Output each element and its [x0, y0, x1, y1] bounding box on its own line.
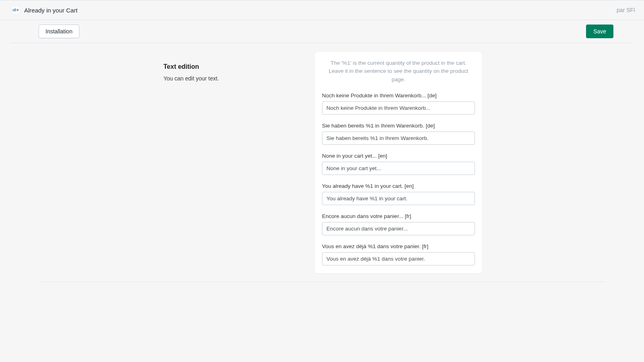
text-input-de-have[interactable] [322, 132, 475, 145]
field-group-fr-none: Encore aucun dans votre panier... [fr] [322, 213, 475, 235]
text-input-fr-none[interactable] [322, 222, 475, 235]
section-title: Text edition [163, 63, 307, 70]
content-row: Text edition You can edit your text. The… [39, 52, 605, 274]
content-wrap: Text edition You can edit your text. The… [10, 43, 634, 274]
field-group-de-have: Sie haben bereits %1 in Ihrem Warenkorb.… [322, 123, 475, 145]
field-label: Sie haben bereits %1 in Ihrem Warenkorb.… [322, 123, 475, 129]
text-input-fr-have[interactable] [322, 252, 475, 265]
field-group-en-none: None in your cart yet... [en] [322, 153, 475, 175]
save-button[interactable]: Save [586, 25, 613, 38]
tab-installation[interactable]: Installation [39, 25, 79, 38]
help-text: The '%1' is the current quantity of the … [322, 59, 475, 84]
field-label: Noch keine Produkte in Ihrem Warenkorb..… [322, 93, 475, 99]
field-label: None in your cart yet... [en] [322, 153, 475, 159]
field-label: You already have %1 in your cart. [en] [322, 183, 475, 189]
top-bar-left: sfi✦ Already in your Cart [11, 6, 78, 14]
field-label: Encore aucun dans votre panier... [fr] [322, 213, 475, 219]
text-input-de-none[interactable] [322, 101, 475, 115]
text-input-en-none[interactable] [322, 162, 475, 175]
field-group-en-have: You already have %1 in your cart. [en] [322, 183, 475, 205]
sub-bar: Installation Save [10, 20, 634, 43]
top-bar: sfi✦ Already in your Cart par SFI [0, 0, 644, 20]
app-icon: sfi✦ [11, 6, 20, 14]
text-edition-panel: The '%1' is the current quantity of the … [315, 52, 482, 274]
field-group-fr-have: Vous en avez déjà %1 dans votre panier. … [322, 243, 475, 265]
author-label: par SFI [617, 7, 635, 13]
field-label: Vous en avez déjà %1 dans votre panier. … [322, 243, 475, 249]
bottom-divider [39, 282, 605, 282]
section-header-col: Text edition You can edit your text. [162, 52, 307, 82]
section-desc: You can edit your text. [163, 75, 307, 82]
text-input-en-have[interactable] [322, 192, 475, 205]
field-group-de-none: Noch keine Produkte in Ihrem Warenkorb..… [322, 93, 475, 115]
app-title: Already in your Cart [24, 7, 78, 14]
